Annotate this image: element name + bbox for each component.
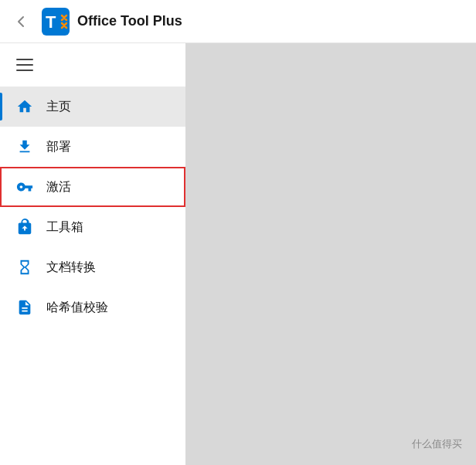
convert-icon bbox=[15, 258, 34, 277]
deploy-label: 部署 bbox=[46, 139, 71, 155]
toolbox-icon bbox=[15, 218, 34, 236]
nav-items: 主页 部署 bbox=[0, 87, 185, 465]
hash-icon bbox=[15, 298, 34, 317]
home-icon bbox=[15, 97, 34, 116]
sidebar-item-home[interactable]: 主页 bbox=[0, 87, 185, 127]
sidebar: 主页 部署 bbox=[0, 43, 185, 465]
hash-label: 哈希值校验 bbox=[46, 300, 108, 316]
toolbox-label: 工具箱 bbox=[46, 219, 83, 236]
activate-icon bbox=[15, 178, 34, 196]
content-area bbox=[185, 43, 476, 465]
app-container: T Office Tool Plus bbox=[0, 0, 476, 465]
app-logo: T bbox=[42, 8, 70, 36]
deploy-icon bbox=[15, 137, 34, 156]
sidebar-item-toolbox[interactable]: 工具箱 bbox=[0, 207, 185, 247]
title-bar: T Office Tool Plus bbox=[0, 0, 476, 43]
watermark: 什么值得买 bbox=[412, 437, 462, 451]
back-button[interactable] bbox=[9, 9, 34, 34]
sidebar-item-activate[interactable]: 激活 bbox=[0, 167, 185, 207]
hamburger-button[interactable] bbox=[6, 46, 43, 83]
sidebar-item-hash[interactable]: 哈希值校验 bbox=[0, 287, 185, 328]
app-title: Office Tool Plus bbox=[77, 13, 182, 29]
hamburger-icon bbox=[16, 59, 33, 71]
sidebar-item-convert[interactable]: 文档转换 bbox=[0, 247, 185, 287]
home-label: 主页 bbox=[46, 99, 71, 115]
convert-label: 文档转换 bbox=[46, 260, 96, 276]
svg-text:T: T bbox=[46, 12, 56, 32]
sidebar-item-deploy[interactable]: 部署 bbox=[0, 127, 185, 167]
main-area: 主页 部署 bbox=[0, 43, 476, 465]
activate-label: 激活 bbox=[46, 179, 71, 195]
